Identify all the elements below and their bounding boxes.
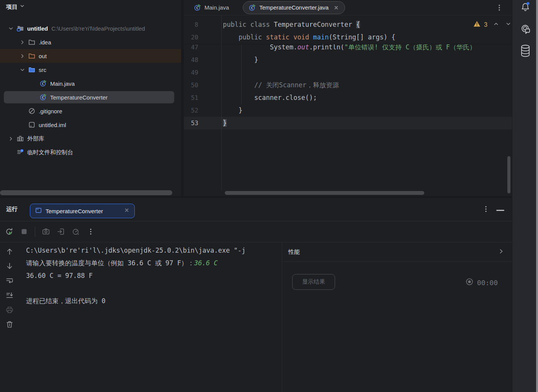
notifications-bell-icon[interactable] [519,1,531,15]
camera-icon[interactable] [42,227,50,236]
tree-item-label: 外部库 [27,135,44,142]
run-toolbar [0,221,512,242]
tree-item-label: untitled [27,25,48,32]
tree-item-label: Main.java [50,80,75,87]
arrow-up-icon[interactable] [5,247,14,256]
record-icon [465,278,474,287]
console-output[interactable]: C:\Users\b're'ri'l\.jdks\openjdk-25.0.2\… [26,244,280,307]
trash-icon[interactable] [5,320,14,328]
tree-item-temperature-converter[interactable]: CTemperatureConverter [0,90,181,104]
indent-guide [241,44,242,104]
tree-item-label: .gitignore [39,108,62,114]
printer-icon[interactable] [5,305,14,314]
chevron-down-icon[interactable] [5,25,16,32]
close-icon[interactable] [333,5,339,11]
line-number: 8 [184,18,198,31]
tree-item-label: untitled.iml [39,122,66,128]
scrollend-icon[interactable] [5,291,14,299]
line-number: 20 [184,31,198,44]
close-icon[interactable] [124,207,130,215]
project-horizontal-scrollbar[interactable] [0,190,172,195]
project-panel-header[interactable]: 项目 [6,3,25,11]
exit-icon[interactable] [57,227,65,236]
line-number: 50 [184,79,198,91]
chevron-right-icon[interactable] [17,39,28,46]
tree-item-label: TemperatureConverter [50,94,108,101]
tree-item-idea-folder[interactable]: .idea [0,35,181,49]
console-line: C:\Users\b're'ri'l\.jdks\openjdk-25.0.2\… [26,244,280,257]
editor-vertical-scrollbar[interactable] [507,156,510,193]
rerun-icon[interactable] [5,227,13,236]
code-line-50: 50 // 关闭Scanner，释放资源 [184,79,512,91]
console-toolbar [0,242,19,392]
svg-text:C: C [42,95,44,100]
project-panel-title: 项目 [6,3,18,11]
java-class-icon: C [194,4,201,11]
chevron-down-icon [19,3,25,11]
tree-item-label: 临时文件和控制台 [27,149,73,156]
run-more-options-kebab-icon[interactable] [482,204,489,215]
console-line: 请输入要转换的温度与单位（例如 36.6 C 或 97 F）：36.6 C [26,257,280,270]
perf-timer: 00:00 [465,278,498,287]
tree-item-out-folder[interactable]: out [0,49,181,63]
next-warning-chevron-down-icon[interactable] [505,21,512,29]
performance-pane: 性能 显示结果 00:00 [282,242,512,392]
gauge-icon[interactable] [72,227,80,236]
editor-horizontal-scrollbar[interactable] [225,191,424,195]
ide-window: 项目 untitledC:\Users\b're'ri'l\IdeaProjec… [0,0,538,392]
minimize-icon[interactable] [496,210,504,211]
editor-tab-main-java[interactable]: CMain.java [188,1,234,14]
perf-timer-value: 00:00 [477,279,498,287]
scratches-icon [16,149,25,156]
prev-warning-chevron-up-icon[interactable] [493,21,499,29]
tree-item-main-java[interactable]: CMain.java [0,77,181,90]
svg-text:C: C [251,6,253,10]
java-class-icon: C [39,80,47,87]
project-folder-icon [16,24,25,32]
chevron-right-icon[interactable] [5,136,16,142]
arrow-down-icon[interactable] [5,262,14,270]
run-panel-title: 运行 [6,206,18,213]
editor-area[interactable]: 47 System.out.println("单位错误! 仅支持 C（摄氏）或 … [184,0,512,196]
code-line-49: 49 [184,66,512,79]
database-icon[interactable] [519,44,531,60]
chevron-right-icon [498,248,504,256]
softwrap-icon[interactable] [5,276,14,285]
folder-icon [28,38,36,46]
tree-item-label: .idea [39,39,51,46]
console-icon [35,207,42,216]
editor-tab-label: Main.java [204,4,229,11]
ai-assistant-icon[interactable] [518,21,533,38]
panel-splitter-vertical[interactable] [181,0,184,196]
console-line [26,282,280,295]
run-tool-window: 运行 TemperatureConverter C:\Users\b're'ri… [0,198,512,392]
performance-title: 性能 [288,248,498,256]
project-panel: 项目 untitledC:\Users\b're'ri'l\IdeaProjec… [0,0,181,196]
svg-text:C: C [42,82,44,86]
line-number: 51 [184,91,198,104]
inspections-widget[interactable]: 3 [473,21,512,29]
tree-item-external-libraries[interactable]: 外部库 [0,132,181,145]
stop-icon[interactable] [20,227,28,236]
run-configuration-tab[interactable]: TemperatureConverter [30,204,135,218]
tree-item-gitignore[interactable]: .gitignore [0,104,181,118]
line-number: 48 [184,54,198,66]
editor-more-options-kebab-icon[interactable] [496,3,503,13]
excluded-folder-icon [28,52,36,60]
kebab-icon[interactable] [87,227,95,236]
show-results-button[interactable]: 显示结果 [292,274,335,290]
right-tool-stripe [512,0,538,392]
tree-item-src-folder[interactable]: src [0,63,181,77]
tree-item-untitled-iml[interactable]: untitled.iml [0,118,181,132]
run-tab-label: TemperatureConverter [46,208,120,214]
toolbar-separator [35,227,35,237]
chevron-down-icon[interactable] [17,67,28,73]
chevron-right-icon[interactable] [17,53,28,59]
code-line-51: 51 scanner.close(); [184,91,512,104]
source-folder-icon [28,66,36,74]
tree-item-scratches-consoles[interactable]: 临时文件和控制台 [0,145,181,159]
performance-header[interactable]: 性能 [282,242,512,262]
editor-tab-temperatureconverter-java[interactable]: CTemperatureConverter.java [243,1,345,14]
tree-item-untitled-root[interactable]: untitledC:\Users\b're'ri'l\IdeaProjects\… [0,21,181,35]
java-class-icon: C [249,4,256,11]
